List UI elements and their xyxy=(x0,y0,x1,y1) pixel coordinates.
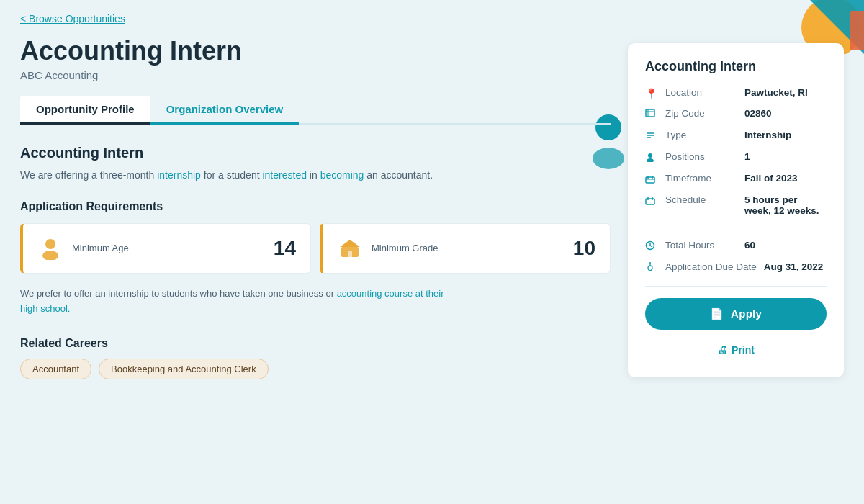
svg-rect-18 xyxy=(646,177,654,183)
req-card-grade: Minimum Grade 10 xyxy=(320,223,611,274)
apply-button[interactable]: 📄 Apply xyxy=(645,298,827,330)
zipcode-label: Zip Code xyxy=(665,108,737,119)
page-title: Accounting Intern xyxy=(20,36,611,66)
location-label: Location xyxy=(665,87,737,98)
related-careers-title: Related Careers xyxy=(20,337,611,350)
print-icon: 🖨 xyxy=(717,344,727,356)
career-tags-container: Accountant Bookkeeping and Accounting Cl… xyxy=(20,359,611,379)
svg-point-17 xyxy=(647,158,654,162)
req-card-age: Minimum Age 14 xyxy=(20,223,311,274)
totalhours-value: 60 xyxy=(744,240,827,251)
breadcrumb-link[interactable]: < Browse Opportunities xyxy=(20,0,125,33)
tab-opportunity[interactable]: Opportunity Profile xyxy=(20,96,150,125)
info-row-location: 📍 Location Pawtucket, RI xyxy=(645,87,827,99)
svg-point-16 xyxy=(648,153,652,158)
schedule-value: 5 hours per week, 12 weeks. xyxy=(744,194,827,216)
schedule-icon xyxy=(645,195,658,207)
svg-rect-9 xyxy=(348,251,352,257)
type-icon xyxy=(645,130,658,143)
info-row-schedule: Schedule 5 hours per week, 12 weeks. xyxy=(645,194,827,216)
info-row-zipcode: Zip Code 02860 xyxy=(645,108,827,121)
timeframe-label: Timeframe xyxy=(665,173,737,184)
req-cards-container: Minimum Age 14 Minimum Grade 10 xyxy=(20,223,611,274)
totalhours-label: Total Hours xyxy=(665,240,737,251)
tab-organization[interactable]: Organization Overview xyxy=(150,96,300,125)
positions-icon xyxy=(645,152,658,164)
left-panel: < Browse Opportunities Accounting Intern… xyxy=(20,0,611,379)
card-divider xyxy=(645,228,827,228)
duedate-value: Aug 31, 2022 xyxy=(764,261,827,272)
info-row-duedate: Application Due Date Aug 31, 2022 xyxy=(645,261,827,274)
svg-point-6 xyxy=(42,251,58,260)
info-row-positions: Positions 1 xyxy=(645,151,827,164)
note-text: We prefer to offer an internship to stud… xyxy=(20,287,611,317)
svg-rect-10 xyxy=(646,109,654,117)
right-panel: Accounting Intern 📍 Location Pawtucket, … xyxy=(628,43,844,379)
svg-marker-8 xyxy=(340,240,360,247)
type-label: Type xyxy=(665,130,737,140)
info-card-title: Accounting Intern xyxy=(645,59,827,74)
duedate-label: Application Due Date xyxy=(665,261,757,272)
zipcode-value: 02860 xyxy=(744,108,827,119)
zipcode-icon xyxy=(645,109,658,121)
career-tag-bookkeeping: Bookkeeping and Accounting Clerk xyxy=(99,359,269,379)
info-row-timeframe: Timeframe Fall of 2023 xyxy=(645,173,827,186)
type-value: Internship xyxy=(744,130,827,140)
app-requirements-heading: Application Requirements xyxy=(20,200,611,213)
apply-icon: 📄 xyxy=(710,307,724,320)
tabs-container: Opportunity Profile Organization Overvie… xyxy=(20,96,611,125)
timeframe-icon xyxy=(645,174,658,186)
card-divider-2 xyxy=(645,286,827,287)
req-age-value: 14 xyxy=(274,237,296,260)
schedule-label: Schedule xyxy=(665,194,737,205)
apply-label: Apply xyxy=(731,307,762,320)
section-title: Accounting Intern xyxy=(20,145,611,161)
info-row-totalhours: Total Hours 60 xyxy=(645,240,827,253)
svg-point-5 xyxy=(45,239,55,249)
req-grade-value: 10 xyxy=(573,237,595,260)
person-icon xyxy=(37,235,63,261)
school-icon xyxy=(337,235,363,261)
location-icon: 📍 xyxy=(645,88,658,99)
svg-rect-22 xyxy=(646,199,654,204)
positions-label: Positions xyxy=(665,151,737,162)
info-row-type: Type Internship xyxy=(645,130,827,143)
positions-value: 1 xyxy=(744,151,827,162)
req-age-label: Minimum Age xyxy=(72,243,129,255)
timeframe-value: Fall of 2023 xyxy=(744,173,827,184)
description-text: We are offering a three-month internship… xyxy=(20,167,611,183)
req-grade-label: Minimum Grade xyxy=(372,243,438,255)
print-label: Print xyxy=(732,344,755,356)
totalhours-icon xyxy=(645,240,658,253)
career-tag-accountant: Accountant xyxy=(20,359,91,379)
info-card: Accounting Intern 📍 Location Pawtucket, … xyxy=(628,43,844,377)
svg-line-27 xyxy=(650,246,652,247)
page-subtitle: ABC Accounting xyxy=(20,69,611,81)
duedate-icon xyxy=(645,262,658,274)
location-value: Pawtucket, RI xyxy=(744,87,827,98)
print-button[interactable]: 🖨 Print xyxy=(645,338,827,361)
